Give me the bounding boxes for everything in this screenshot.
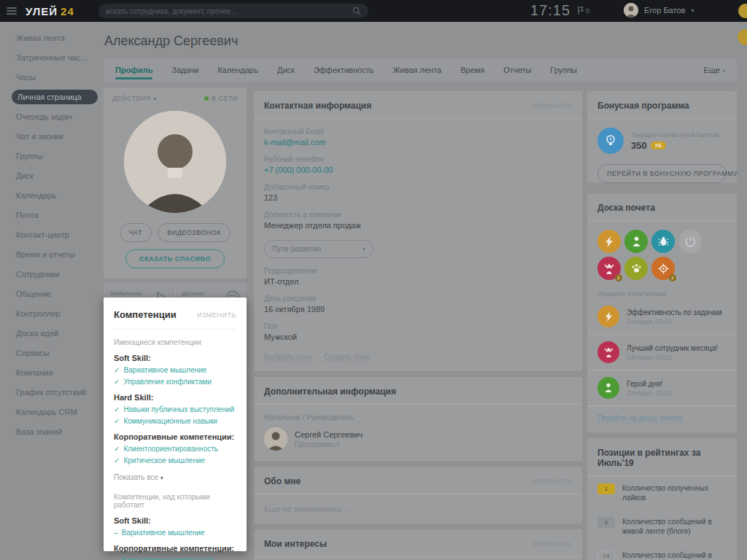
tab-live-feed[interactable]: Живая лента — [392, 58, 441, 82]
sidebar-item-personal-page[interactable]: Личная страница — [12, 90, 98, 104]
competency-link[interactable]: ✓Критическое мышление — [114, 456, 236, 464]
tab-efficiency[interactable]: Эффективность — [314, 58, 374, 82]
sidebar-item-groups[interactable]: Группы — [0, 149, 99, 163]
bonus-points-label: Текущее кол-во улей-баллов — [631, 131, 719, 139]
sidebar-item-knowledge-base[interactable]: База знаний — [0, 424, 99, 439]
check-icon: ✓ — [114, 417, 120, 425]
best-employee-badge[interactable]: 2 — [597, 257, 621, 280]
page-title: Александр Сергеевич — [104, 34, 238, 49]
sidebar-item-chat-calls[interactable]: Чат и звонки — [0, 129, 99, 144]
ratings-card: Позиции в рейтингах за Июль'19 1 Колличе… — [587, 438, 737, 560]
sidebar-item-company[interactable]: Компания — [0, 365, 99, 380]
award-time: Сегодня, 03:52 — [627, 389, 672, 397]
user-name: Егор Батов — [644, 6, 685, 15]
tab-time[interactable]: Время — [460, 58, 484, 82]
sidebar-item-spent-hours[interactable]: Затраченные часы по за... — [0, 50, 99, 65]
sidebar-item-employees[interactable]: Сотрудники — [0, 267, 99, 281]
sidebar-item-live-feed[interactable]: Живая лента — [0, 31, 99, 45]
sidebar-item-calendar[interactable]: Календарь — [0, 188, 99, 203]
competency-group-heading: Корпоративные компетенции: — [114, 544, 236, 553]
user-menu[interactable]: Егор Батов ▾ — [624, 3, 694, 18]
helper-button[interactable] — [738, 4, 747, 18]
competency-group-heading: Корпоративные компетенции: — [114, 432, 236, 441]
show-all-link[interactable]: Показать все ▾ — [114, 473, 236, 481]
lightning-badge[interactable] — [597, 230, 621, 253]
tab-profile[interactable]: Профиль — [115, 58, 152, 82]
hamburger-menu-icon[interactable] — [7, 7, 17, 15]
lightning-icon — [605, 236, 614, 247]
hero-badge[interactable] — [624, 230, 648, 253]
assistant-button[interactable] — [738, 29, 747, 45]
sidebar-item-disk[interactable]: Диск — [0, 168, 99, 183]
contact-info-title: Контактная информация — [264, 101, 371, 111]
notifications-flag[interactable]: 0 — [578, 7, 589, 15]
sidebar-item-mail[interactable]: Почта — [0, 208, 99, 222]
sidebar-item-controller[interactable]: Контроллер — [0, 306, 99, 321]
search-icon[interactable] — [352, 7, 361, 15]
recent-award-row[interactable]: Герой дня! Сегодня, 03:52 — [587, 370, 737, 406]
competency-wip-link[interactable]: –Вариативное мышление — [114, 529, 236, 537]
check-icon: ✓ — [114, 456, 120, 464]
tab-calendar[interactable]: Календарь — [217, 58, 258, 82]
competency-link[interactable]: ✓Управление конфликтами — [114, 378, 236, 386]
development-paths-select[interactable]: Пути развития▾ — [264, 240, 374, 258]
phone-link[interactable]: +7 (000) 000-00-00 — [264, 166, 572, 174]
competency-link[interactable]: ✓Клиентоориентированность — [114, 445, 236, 453]
bonus-points-value: 350 — [631, 140, 647, 151]
current-competencies-label: Имеющиеся компетенции — [114, 338, 236, 346]
email-link[interactable]: k-mail@mail.com — [264, 138, 572, 147]
boss-row[interactable]: Сергей Сергеевич Программист — [264, 427, 572, 451]
competency-group-heading: Hard Skill: — [114, 393, 236, 402]
sidebar-item-communication[interactable]: Общение — [0, 287, 99, 301]
sidebar-item-services[interactable]: Сервисы — [0, 346, 99, 360]
competency-link[interactable]: ✓Коммуникационные навыки — [114, 417, 236, 425]
competencies-edit-link[interactable]: ИЗМЕНИТЬ — [197, 311, 236, 319]
tab-tasks[interactable]: Задачи — [171, 58, 198, 82]
check-icon: ✓ — [114, 366, 120, 374]
gear-badge[interactable]: 2 — [651, 257, 675, 280]
about-empty-text: Еще не заполнялось... — [254, 494, 582, 524]
go-to-honor-board-link[interactable]: Перейти на доску почета — [597, 414, 682, 423]
sidebar-item-absence-chart[interactable]: График отсутствий — [0, 385, 99, 400]
sidebar-item-idea-board[interactable]: Доска идей — [0, 326, 99, 341]
rating-row: 1 Колличество полученных лайков — [587, 476, 737, 510]
chat-button[interactable]: ЧАТ — [120, 223, 152, 242]
about-me-title: Обо мне — [264, 476, 301, 486]
work-time-clock[interactable]: 17:15 — [530, 2, 570, 19]
sidebar-item-hours[interactable]: Часы — [0, 70, 99, 85]
tab-groups[interactable]: Группы — [550, 58, 577, 82]
competency-wip-link[interactable]: –Клиентоориентированность — [114, 556, 236, 560]
sidebar-item-time-reports[interactable]: Время и отчеты — [0, 247, 99, 262]
sidebar-item-contact-center[interactable]: Контакт-центр — [0, 228, 99, 242]
create-field-link[interactable]: Создать поле — [324, 353, 370, 362]
sidebar-item-task-queue[interactable]: Очередь задач — [0, 109, 99, 124]
search-input[interactable] — [106, 7, 352, 15]
locked-badge[interactable] — [678, 230, 702, 253]
recent-award-row[interactable]: Эффективность по задачам Сегодня, 03:52 — [587, 299, 737, 335]
competency-link[interactable]: ✓Вариативное мышление — [114, 366, 236, 374]
actions-dropdown[interactable]: ДЕЙСТВИЯ ▾ — [112, 95, 157, 102]
competency-link[interactable]: ✓Навыки публичных выступлений — [114, 405, 236, 413]
dash-icon: – — [114, 529, 118, 537]
competency-group-heading: Soft Skill: — [114, 516, 236, 525]
recent-award-row[interactable]: Лучший сотрудник месяца! Сегодня, 03:52 — [587, 335, 737, 370]
bug-badge[interactable] — [651, 230, 675, 253]
field-value: 123 — [264, 193, 572, 202]
video-call-button[interactable]: ВИДЕОЗВОНОК — [158, 223, 231, 242]
sidebar-item-calendar-crm[interactable]: Календарь CRM — [0, 405, 99, 419]
say-thanks-button[interactable]: СКАЗАТЬ СПАСИБО — [125, 249, 225, 268]
about-edit-link[interactable]: ИЗМЕНИТЬ — [533, 478, 572, 485]
go-to-bonus-program-button[interactable]: ПЕРЕЙТИ В БОНУСНУЮ ПРОГРАММУ — [597, 164, 727, 183]
tab-disk[interactable]: Диск — [277, 58, 295, 82]
tab-reports[interactable]: Отчеты — [503, 58, 531, 82]
contact-edit-link[interactable]: ИЗМЕНИТЬ — [533, 102, 572, 109]
about-me-card: Обо мне ИЗМЕНИТЬ Еще не заполнялось... — [254, 467, 582, 524]
tabs-more-dropdown[interactable]: Еще ▾ — [704, 66, 725, 74]
app-logo[interactable]: УЛЕЙ24 — [26, 5, 74, 18]
paw-badge[interactable] — [624, 257, 648, 280]
boss-name[interactable]: Сергей Сергеевич — [295, 430, 363, 439]
interests-edit-link[interactable]: ИЗМЕНИТЬ — [533, 540, 572, 548]
rating-label: Колличество сообщений в живой ленте (бло… — [622, 517, 727, 536]
select-field-link[interactable]: Выбрать поле — [264, 353, 311, 362]
bonus-program-card: Бонусная программа Текущее кол-во улей-б… — [587, 91, 737, 183]
